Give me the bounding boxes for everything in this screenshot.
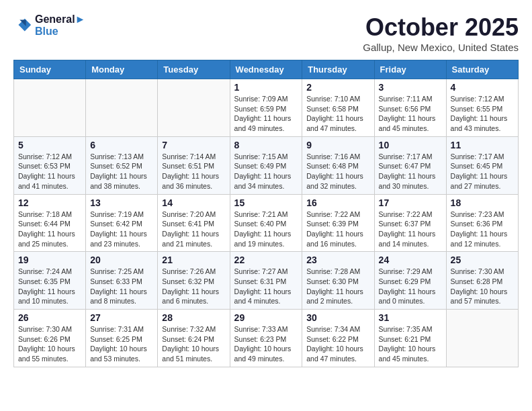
day-info: Sunrise: 7:35 AM Sunset: 6:21 PM Dayligh… bbox=[379, 324, 442, 364]
calendar-cell: 6Sunrise: 7:13 AM Sunset: 6:52 PM Daylig… bbox=[86, 136, 158, 194]
day-info: Sunrise: 7:31 AM Sunset: 6:25 PM Dayligh… bbox=[90, 324, 153, 364]
day-number: 3 bbox=[379, 82, 442, 93]
weekday-header: Saturday bbox=[446, 60, 518, 79]
calendar-cell: 24Sunrise: 7:29 AM Sunset: 6:29 PM Dayli… bbox=[374, 252, 446, 310]
calendar-cell: 23Sunrise: 7:28 AM Sunset: 6:30 PM Dayli… bbox=[302, 252, 374, 310]
day-info: Sunrise: 7:34 AM Sunset: 6:22 PM Dayligh… bbox=[306, 324, 369, 364]
day-number: 8 bbox=[234, 140, 298, 150]
day-info: Sunrise: 7:30 AM Sunset: 6:28 PM Dayligh… bbox=[451, 267, 514, 306]
day-number: 1 bbox=[234, 82, 298, 93]
location: Gallup, New Mexico, United States bbox=[363, 42, 519, 53]
day-info: Sunrise: 7:12 AM Sunset: 6:55 PM Dayligh… bbox=[451, 94, 514, 134]
calendar-cell: 27Sunrise: 7:31 AM Sunset: 6:25 PM Dayli… bbox=[86, 310, 158, 367]
calendar-cell bbox=[86, 79, 158, 137]
weekday-header: Sunday bbox=[14, 60, 86, 79]
day-number: 10 bbox=[379, 140, 442, 150]
day-info: Sunrise: 7:23 AM Sunset: 6:36 PM Dayligh… bbox=[451, 210, 514, 249]
day-info: Sunrise: 7:27 AM Sunset: 6:31 PM Dayligh… bbox=[234, 267, 298, 306]
calendar-header-row: SundayMondayTuesdayWednesdayThursdayFrid… bbox=[14, 60, 519, 79]
day-info: Sunrise: 7:26 AM Sunset: 6:32 PM Dayligh… bbox=[162, 267, 225, 306]
day-number: 21 bbox=[162, 255, 225, 265]
day-number: 18 bbox=[451, 197, 514, 208]
day-number: 7 bbox=[162, 140, 225, 150]
day-number: 30 bbox=[306, 312, 369, 323]
calendar-cell: 2Sunrise: 7:10 AM Sunset: 6:58 PM Daylig… bbox=[302, 79, 374, 137]
day-number: 14 bbox=[162, 197, 225, 208]
day-info: Sunrise: 7:10 AM Sunset: 6:58 PM Dayligh… bbox=[306, 94, 369, 134]
calendar-cell: 5Sunrise: 7:12 AM Sunset: 6:53 PM Daylig… bbox=[14, 136, 86, 194]
day-number: 23 bbox=[306, 255, 369, 265]
day-number: 25 bbox=[451, 255, 514, 265]
day-info: Sunrise: 7:22 AM Sunset: 6:37 PM Dayligh… bbox=[379, 210, 442, 249]
logo: General► Blue bbox=[13, 13, 85, 38]
calendar-table: SundayMondayTuesdayWednesdayThursdayFrid… bbox=[13, 60, 519, 367]
day-info: Sunrise: 7:22 AM Sunset: 6:39 PM Dayligh… bbox=[306, 210, 369, 249]
day-number: 5 bbox=[18, 140, 81, 150]
day-number: 27 bbox=[90, 312, 153, 323]
calendar-week-row: 19Sunrise: 7:24 AM Sunset: 6:35 PM Dayli… bbox=[14, 252, 519, 310]
day-info: Sunrise: 7:29 AM Sunset: 6:29 PM Dayligh… bbox=[379, 267, 442, 306]
calendar-week-row: 26Sunrise: 7:30 AM Sunset: 6:26 PM Dayli… bbox=[14, 310, 519, 367]
day-number: 13 bbox=[90, 197, 153, 208]
calendar-cell: 7Sunrise: 7:14 AM Sunset: 6:51 PM Daylig… bbox=[158, 136, 230, 194]
day-number: 29 bbox=[234, 312, 298, 323]
calendar-cell: 31Sunrise: 7:35 AM Sunset: 6:21 PM Dayli… bbox=[374, 310, 446, 367]
weekday-header: Tuesday bbox=[158, 60, 230, 79]
day-number: 11 bbox=[451, 140, 514, 150]
day-number: 12 bbox=[18, 197, 81, 208]
calendar-cell: 21Sunrise: 7:26 AM Sunset: 6:32 PM Dayli… bbox=[158, 252, 230, 310]
calendar-cell: 8Sunrise: 7:15 AM Sunset: 6:49 PM Daylig… bbox=[230, 136, 302, 194]
month-title: October 2025 bbox=[363, 13, 519, 42]
day-number: 20 bbox=[90, 255, 153, 265]
logo-text: General► Blue bbox=[35, 13, 85, 38]
calendar-cell: 18Sunrise: 7:23 AM Sunset: 6:36 PM Dayli… bbox=[446, 194, 518, 252]
calendar-cell: 25Sunrise: 7:30 AM Sunset: 6:28 PM Dayli… bbox=[446, 252, 518, 310]
day-number: 15 bbox=[234, 197, 298, 208]
day-info: Sunrise: 7:15 AM Sunset: 6:49 PM Dayligh… bbox=[234, 152, 298, 191]
day-number: 24 bbox=[379, 255, 442, 265]
calendar-cell: 1Sunrise: 7:09 AM Sunset: 6:59 PM Daylig… bbox=[230, 79, 302, 137]
day-info: Sunrise: 7:21 AM Sunset: 6:40 PM Dayligh… bbox=[234, 210, 298, 249]
day-info: Sunrise: 7:19 AM Sunset: 6:42 PM Dayligh… bbox=[90, 210, 153, 249]
calendar-cell: 3Sunrise: 7:11 AM Sunset: 6:56 PM Daylig… bbox=[374, 79, 446, 137]
weekday-header: Wednesday bbox=[230, 60, 302, 79]
calendar-cell: 14Sunrise: 7:20 AM Sunset: 6:41 PM Dayli… bbox=[158, 194, 230, 252]
day-info: Sunrise: 7:16 AM Sunset: 6:48 PM Dayligh… bbox=[306, 152, 369, 191]
day-info: Sunrise: 7:09 AM Sunset: 6:59 PM Dayligh… bbox=[234, 94, 298, 134]
calendar-week-row: 12Sunrise: 7:18 AM Sunset: 6:44 PM Dayli… bbox=[14, 194, 519, 252]
day-info: Sunrise: 7:12 AM Sunset: 6:53 PM Dayligh… bbox=[18, 152, 81, 191]
logo-icon bbox=[13, 16, 32, 35]
day-info: Sunrise: 7:17 AM Sunset: 6:45 PM Dayligh… bbox=[451, 152, 514, 191]
calendar-cell: 22Sunrise: 7:27 AM Sunset: 6:31 PM Dayli… bbox=[230, 252, 302, 310]
day-number: 16 bbox=[306, 197, 369, 208]
calendar-cell: 20Sunrise: 7:25 AM Sunset: 6:33 PM Dayli… bbox=[86, 252, 158, 310]
calendar-cell: 4Sunrise: 7:12 AM Sunset: 6:55 PM Daylig… bbox=[446, 79, 518, 137]
day-info: Sunrise: 7:33 AM Sunset: 6:23 PM Dayligh… bbox=[234, 324, 298, 364]
day-number: 26 bbox=[18, 312, 81, 323]
day-info: Sunrise: 7:24 AM Sunset: 6:35 PM Dayligh… bbox=[18, 267, 81, 306]
calendar-cell bbox=[14, 79, 86, 137]
calendar-cell: 15Sunrise: 7:21 AM Sunset: 6:40 PM Dayli… bbox=[230, 194, 302, 252]
calendar-cell: 16Sunrise: 7:22 AM Sunset: 6:39 PM Dayli… bbox=[302, 194, 374, 252]
title-block: October 2025 Gallup, New Mexico, United … bbox=[363, 13, 519, 53]
day-info: Sunrise: 7:17 AM Sunset: 6:47 PM Dayligh… bbox=[379, 152, 442, 191]
day-number: 17 bbox=[379, 197, 442, 208]
calendar-cell: 13Sunrise: 7:19 AM Sunset: 6:42 PM Dayli… bbox=[86, 194, 158, 252]
day-info: Sunrise: 7:14 AM Sunset: 6:51 PM Dayligh… bbox=[162, 152, 225, 191]
day-info: Sunrise: 7:11 AM Sunset: 6:56 PM Dayligh… bbox=[379, 94, 442, 134]
calendar-cell: 30Sunrise: 7:34 AM Sunset: 6:22 PM Dayli… bbox=[302, 310, 374, 367]
calendar-cell: 9Sunrise: 7:16 AM Sunset: 6:48 PM Daylig… bbox=[302, 136, 374, 194]
day-number: 31 bbox=[379, 312, 442, 323]
weekday-header: Friday bbox=[374, 60, 446, 79]
day-info: Sunrise: 7:13 AM Sunset: 6:52 PM Dayligh… bbox=[90, 152, 153, 191]
day-info: Sunrise: 7:25 AM Sunset: 6:33 PM Dayligh… bbox=[90, 267, 153, 306]
calendar-cell bbox=[446, 310, 518, 367]
calendar-cell: 11Sunrise: 7:17 AM Sunset: 6:45 PM Dayli… bbox=[446, 136, 518, 194]
calendar-cell: 26Sunrise: 7:30 AM Sunset: 6:26 PM Dayli… bbox=[14, 310, 86, 367]
calendar-week-row: 1Sunrise: 7:09 AM Sunset: 6:59 PM Daylig… bbox=[14, 79, 519, 137]
day-info: Sunrise: 7:30 AM Sunset: 6:26 PM Dayligh… bbox=[18, 324, 81, 364]
weekday-header: Monday bbox=[86, 60, 158, 79]
calendar-cell: 12Sunrise: 7:18 AM Sunset: 6:44 PM Dayli… bbox=[14, 194, 86, 252]
day-number: 4 bbox=[451, 82, 514, 93]
calendar-cell: 28Sunrise: 7:32 AM Sunset: 6:24 PM Dayli… bbox=[158, 310, 230, 367]
